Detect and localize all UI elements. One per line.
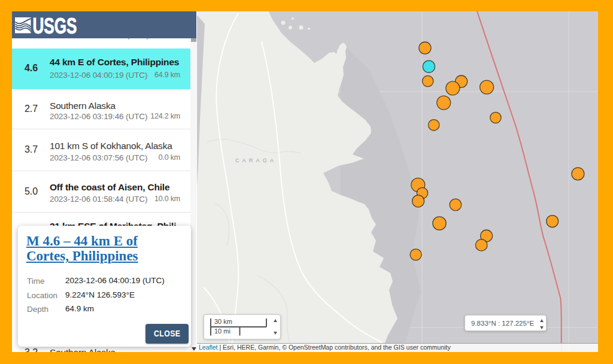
- svg-text:10 mi: 10 mi: [214, 327, 230, 335]
- svg-text:CARAGA: CARAGA: [235, 157, 277, 163]
- svg-text:USGS: USGS: [33, 14, 77, 38]
- svg-text:30 km: 30 km: [214, 318, 232, 325]
